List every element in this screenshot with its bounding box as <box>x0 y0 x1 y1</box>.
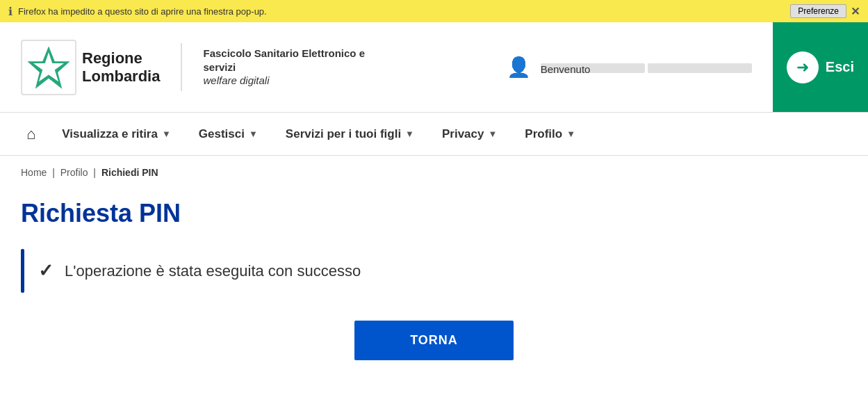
breadcrumb-profilo[interactable]: Profilo <box>60 167 88 178</box>
header-logo-area: RegioneLombardia Fascicolo Sanitario Ele… <box>0 22 486 112</box>
notification-bar: ℹ Firefox ha impedito a questo sito di a… <box>0 0 868 22</box>
home-icon: ⌂ <box>26 125 35 143</box>
exit-button[interactable]: ➜ Esci <box>773 22 868 112</box>
nav-label-visualizza: Visualizza e ritira <box>62 127 158 141</box>
nav-label-profilo: Profilo <box>525 127 562 141</box>
chevron-down-icon: ▼ <box>566 129 575 139</box>
breadcrumb-separator-2: | <box>93 167 96 178</box>
nav-item-gestisci[interactable]: Gestisci ▼ <box>185 113 272 155</box>
logo-box: RegioneLombardia <box>21 40 160 95</box>
breadcrumb-separator-1: | <box>52 167 55 178</box>
chevron-down-icon: ▼ <box>249 129 258 139</box>
header: RegioneLombardia Fascicolo Sanitario Ele… <box>0 22 868 113</box>
username-placeholder <box>648 63 752 73</box>
nav-label-gestisci: Gestisci <box>199 127 245 141</box>
logo-image <box>21 40 76 95</box>
success-content: ✓ L'operazione è stata eseguita con succ… <box>24 249 375 293</box>
nav-home-button[interactable]: ⌂ <box>14 113 48 155</box>
tagline-italic: welfare digitali <box>203 74 269 86</box>
firefox-icon: ℹ <box>8 5 13 18</box>
main-nav: ⌂ Visualizza e ritira ▼ Gestisci ▼ Servi… <box>0 113 868 156</box>
exit-area[interactable]: ➜ Esci <box>773 22 868 112</box>
torna-button[interactable]: TORNA <box>354 321 514 360</box>
logo-divider <box>181 43 182 91</box>
logo-tagline: Fascicolo Sanitario Elettronico e serviz… <box>203 47 398 88</box>
logo-brand: RegioneLombardia <box>82 49 160 86</box>
chevron-down-icon: ▼ <box>405 129 414 139</box>
torna-button-wrapper: TORNA <box>21 321 847 360</box>
nav-item-privacy[interactable]: Privacy ▼ <box>428 113 511 155</box>
breadcrumb: Home | Profilo | Richiedi PIN <box>0 156 868 185</box>
exit-arrow-icon: ➜ <box>796 58 809 76</box>
nav-item-profilo[interactable]: Profilo ▼ <box>511 113 589 155</box>
exit-label: Esci <box>826 59 854 75</box>
logo-text: RegioneLombardia <box>82 49 160 86</box>
header-user: 👤 Benvenuto <box>486 22 773 112</box>
nav-item-servizi[interactable]: Servizi per i tuoi figli ▼ <box>272 113 428 155</box>
breadcrumb-home[interactable]: Home <box>21 167 47 178</box>
nav-label-servizi: Servizi per i tuoi figli <box>286 127 401 141</box>
chevron-down-icon: ▼ <box>488 129 497 139</box>
chevron-down-icon: ▼ <box>162 129 171 139</box>
nav-label-privacy: Privacy <box>442 127 484 141</box>
success-block: ✓ L'operazione è stata eseguita con succ… <box>21 249 847 293</box>
preferences-button[interactable]: Preferenze <box>790 4 846 18</box>
notification-actions: Preferenze ✕ <box>790 4 860 18</box>
exit-circle: ➜ <box>787 51 819 83</box>
breadcrumb-current: Richiedi PIN <box>101 167 158 178</box>
notification-close-button[interactable]: ✕ <box>851 5 860 18</box>
notification-text: Firefox ha impedito a questo sito di apr… <box>18 6 785 17</box>
checkmark-icon: ✓ <box>38 260 54 282</box>
welcome-text: Benvenuto <box>541 61 752 73</box>
success-message: L'operazione è stata eseguita con succes… <box>65 262 361 280</box>
main-content: Richiesta PIN ✓ L'operazione è stata ese… <box>0 185 868 388</box>
user-icon: 👤 <box>507 56 531 79</box>
page-title: Richiesta PIN <box>21 199 847 228</box>
nav-item-visualizza[interactable]: Visualizza e ritira ▼ <box>48 113 185 155</box>
